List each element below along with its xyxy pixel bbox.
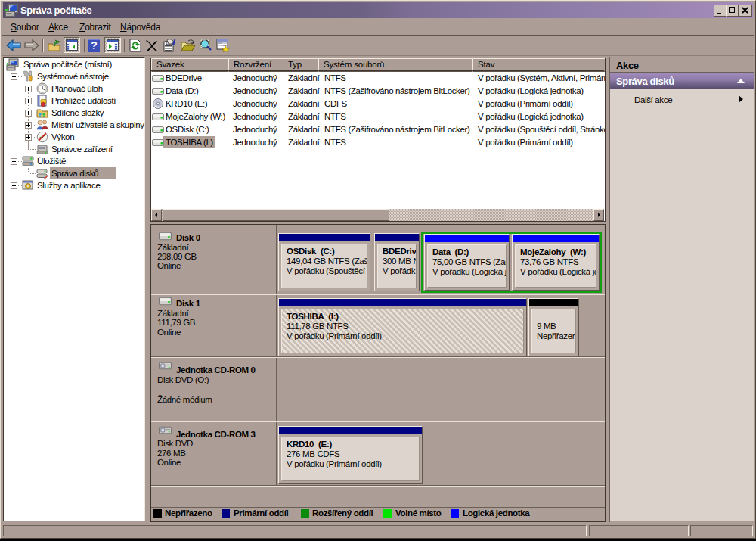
- svg-text:?: ?: [91, 39, 98, 51]
